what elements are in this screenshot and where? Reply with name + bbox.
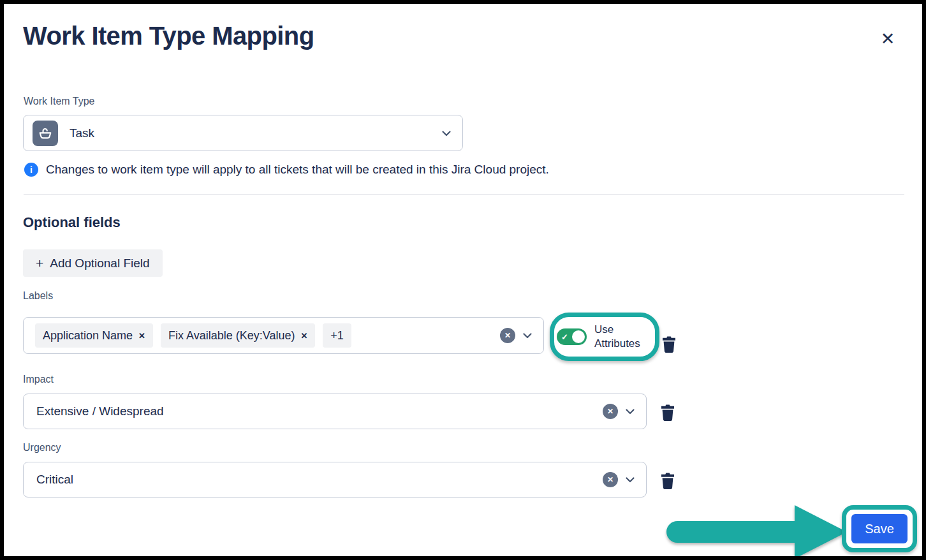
delete-urgency-field-button[interactable] (660, 473, 675, 490)
check-icon: ✓ (561, 333, 568, 341)
impact-field-label: Impact (23, 374, 54, 385)
clear-selection-icon[interactable]: ✕ (500, 328, 515, 343)
plus-icon: + (36, 256, 43, 270)
delete-impact-field-button[interactable] (660, 404, 675, 422)
delete-labels-field-button[interactable] (661, 336, 677, 353)
label-chip-overflow: +1 (323, 323, 351, 348)
chip-remove-icon[interactable]: ✕ (300, 332, 307, 340)
chevron-down-icon (522, 330, 533, 341)
label-chip: Fix Available (Key:Value) ✕ (161, 323, 315, 348)
add-optional-field-button[interactable]: + Add Optional Field (23, 249, 163, 277)
task-type-icon (33, 121, 58, 146)
info-banner: i Changes to work item type will apply t… (24, 163, 726, 177)
labels-multiselect[interactable]: Application Name ✕ Fix Available (Key:Va… (23, 317, 544, 354)
label-chip-text: Application Name (43, 329, 133, 343)
labels-field-label: Labels (23, 290, 53, 302)
save-annotation-ring: Save (842, 505, 917, 552)
label-chip-text: +1 (330, 329, 344, 343)
work-item-type-mapping-modal: Work Item Type Mapping ✕ Work Item Type … (0, 0, 926, 560)
trash-icon (660, 473, 675, 490)
close-icon: ✕ (881, 31, 895, 48)
label-chip-text: Fix Available (Key:Value) (168, 329, 295, 343)
optional-fields-heading: Optional fields (23, 214, 121, 231)
urgency-value: Critical (36, 473, 73, 487)
save-button[interactable]: Save (851, 514, 908, 543)
work-item-type-value: Task (70, 126, 94, 140)
save-button-label: Save (865, 522, 894, 536)
add-optional-field-label: Add Optional Field (50, 256, 149, 270)
chip-remove-icon[interactable]: ✕ (138, 332, 145, 340)
use-attributes-label: Use Attributes (594, 323, 640, 351)
clear-selection-icon[interactable]: ✕ (603, 404, 618, 419)
trash-icon (660, 404, 675, 422)
impact-select[interactable]: Extensive / Widespread ✕ (23, 394, 647, 429)
label-chip: Application Name ✕ (35, 323, 153, 348)
work-item-type-label: Work Item Type (24, 96, 94, 107)
impact-value: Extensive / Widespread (36, 404, 164, 418)
chevron-down-icon (624, 474, 636, 485)
info-icon: i (24, 163, 38, 177)
arrow-annotation (666, 501, 851, 560)
toggle-knob (572, 330, 585, 343)
info-banner-text: Changes to work item type will apply to … (46, 163, 549, 177)
urgency-select[interactable]: Critical ✕ (23, 462, 647, 497)
close-button[interactable]: ✕ (878, 29, 898, 49)
section-divider (24, 194, 904, 195)
urgency-field-label: Urgency (23, 442, 61, 453)
clear-selection-icon[interactable]: ✕ (603, 472, 618, 487)
chevron-down-icon (624, 406, 636, 417)
page-title: Work Item Type Mapping (23, 22, 314, 50)
chevron-down-icon (441, 128, 452, 139)
use-attributes-toggle[interactable]: ✓ (557, 328, 587, 345)
work-item-type-select[interactable]: Task (23, 115, 463, 151)
use-attributes-annotation-ring: ✓ Use Attributes (550, 313, 659, 361)
trash-icon (661, 336, 677, 353)
